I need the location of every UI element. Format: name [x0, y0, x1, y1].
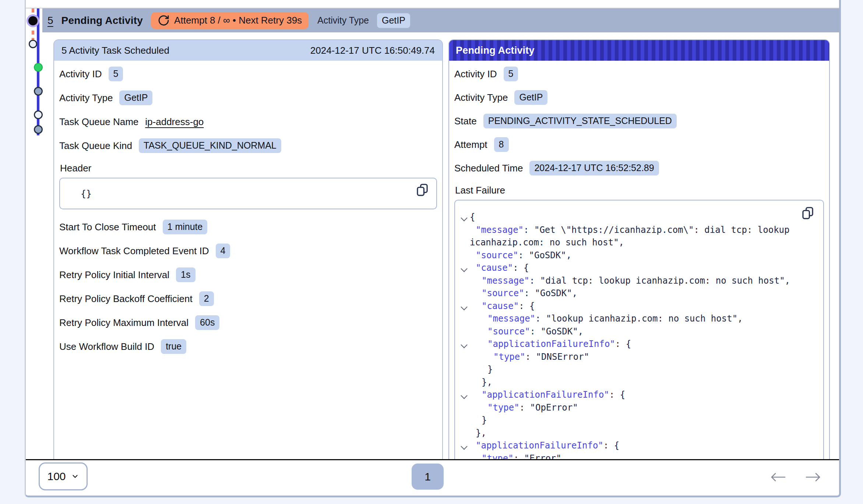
field-value-badge: 2 — [199, 291, 214, 306]
arrow-left-icon — [769, 472, 786, 482]
pending-fields: Activity ID5Activity TypeGetIPStatePENDI… — [454, 67, 824, 175]
field-value-badge: 1 minute — [163, 220, 208, 234]
scheduled-panel-timestamp: 2024-12-17 UTC 16:50:49.74 — [310, 45, 435, 56]
json-line: "message": "dial tcp: lookup icanhazip.c… — [459, 274, 823, 287]
field-value-badge: 60s — [195, 315, 219, 330]
field-row: Start To Close Timeout1 minute — [59, 220, 437, 234]
json-line-text: "applicationFailureInfo": { — [470, 388, 625, 401]
json-line: "type": "OpError" — [459, 401, 823, 414]
collapse-chevron-icon[interactable] — [459, 300, 470, 313]
field-row: Activity ID5 — [59, 67, 437, 81]
collapse-chevron-icon[interactable] — [459, 439, 470, 452]
field-row: Retry Policy Maximum Interval60s — [59, 315, 437, 330]
chevron-spacer — [459, 274, 470, 287]
json-key: "cause" — [476, 263, 513, 273]
pending-panel-title: Pending Activity — [456, 45, 535, 56]
json-line-text: } — [470, 414, 487, 427]
field-value-badge: TASK_QUEUE_KIND_NORMAL — [139, 138, 281, 153]
page-size-value: 100 — [47, 470, 66, 483]
json-line: "message": "Get \"https://icanhazip.com\… — [459, 224, 823, 237]
field-value-badge: GetIP — [119, 90, 152, 105]
field-label: Start To Close Timeout — [59, 221, 156, 233]
field-value-badge: 5 — [109, 67, 123, 81]
field-row: Use Workflow Build IDtrue — [59, 339, 437, 354]
json-line: "cause": { — [459, 262, 823, 274]
task-queue-link[interactable]: ip-address-go — [145, 116, 204, 128]
chevron-spacer — [459, 312, 470, 325]
json-line: "cause": { — [459, 300, 823, 313]
event-history-container: 5 Pending Activity Attempt 8 / ∞ • Next … — [25, 0, 841, 497]
json-line-text: icanhazip.com: no such host", — [470, 236, 624, 249]
json-key: "source" — [476, 250, 518, 260]
chevron-spacer — [459, 363, 470, 376]
json-line-text: { — [470, 211, 475, 224]
json-line-text: "applicationFailureInfo": { — [470, 338, 631, 351]
collapse-chevron-icon[interactable] — [459, 338, 470, 351]
json-line-text: "source": "GoSDK", — [470, 249, 571, 262]
copy-icon — [416, 183, 428, 197]
json-line-text: "message": "lookup icanhazip.com: no suc… — [470, 312, 743, 325]
json-line: }, — [459, 376, 823, 389]
json-key: "message" — [476, 225, 524, 235]
json-line-text: "type": "Error" — [470, 452, 561, 459]
field-label: Activity Type — [59, 92, 113, 104]
field-value-badge: 4 — [216, 244, 230, 258]
arrow-right-icon — [805, 472, 822, 482]
json-line: "source": "GoSDK", — [459, 287, 823, 300]
field-value-badge: 2024-12-17 UTC 16:52:52.89 — [529, 161, 659, 175]
copy-icon — [802, 206, 814, 220]
chevron-spacer — [459, 351, 470, 363]
json-line-text: "source": "GoSDK", — [470, 325, 583, 338]
field-value-badge: 1s — [176, 267, 195, 282]
json-key: "cause" — [482, 301, 519, 311]
json-line: "applicationFailureInfo": { — [459, 388, 823, 401]
json-line: "source": "GoSDK", — [459, 249, 823, 262]
chevron-spacer — [459, 325, 470, 338]
field-label: Retry Policy Initial Interval — [59, 269, 169, 281]
chevron-spacer — [459, 287, 470, 300]
current-page-button[interactable]: 1 — [412, 464, 444, 490]
page-size-select[interactable]: 100 — [39, 462, 88, 490]
collapse-chevron-icon[interactable] — [459, 211, 470, 224]
json-key: "message" — [487, 313, 535, 324]
collapse-chevron-icon[interactable] — [459, 262, 470, 274]
field-label: Activity ID — [59, 68, 102, 80]
field-label: Task Queue Name — [59, 116, 138, 128]
json-line-text: "applicationFailureInfo": { — [470, 439, 619, 452]
json-line: "applicationFailureInfo": { — [459, 439, 823, 452]
field-row: Activity ID5 — [454, 67, 824, 81]
copy-failure-json-button[interactable] — [802, 206, 814, 220]
next-page-button[interactable] — [805, 472, 822, 482]
json-key: "message" — [482, 276, 529, 286]
field-value-badge: 5 — [504, 67, 518, 81]
copy-header-payload-button[interactable] — [416, 183, 428, 197]
json-line: "type": "DNSError" — [459, 351, 823, 363]
json-line: }, — [459, 427, 823, 440]
scheduled-fields-bottom: Start To Close Timeout1 minuteWorkflow T… — [59, 220, 437, 354]
field-row: Activity TypeGetIP — [59, 90, 437, 105]
json-line-text: "cause": { — [470, 300, 535, 313]
field-label: Task Queue Kind — [59, 140, 132, 152]
header-payload-value: {} — [81, 188, 92, 199]
scheduled-fields-top: Activity ID5Activity TypeGetIPTask Queue… — [59, 67, 437, 153]
previous-page-button[interactable] — [769, 472, 786, 482]
field-label: Activity Type — [454, 92, 508, 103]
json-key: "type" — [493, 352, 525, 362]
json-line: "message": "lookup icanhazip.com: no suc… — [459, 312, 823, 325]
json-line: "applicationFailureInfo": { — [459, 338, 823, 351]
chevron-spacer — [459, 414, 470, 427]
json-key: "type" — [482, 453, 514, 459]
field-row: Task Queue Nameip-address-go — [59, 114, 437, 129]
json-line: { — [459, 211, 823, 224]
json-key: "applicationFailureInfo" — [482, 390, 609, 400]
last-failure-json-viewer: {"message": "Get \"https://icanhazip.com… — [454, 200, 824, 459]
field-label: Use Workflow Build ID — [59, 341, 154, 352]
field-label: State — [454, 116, 477, 127]
field-label: Workflow Task Completed Event ID — [59, 245, 209, 257]
json-line-text: } — [470, 363, 493, 376]
chevron-spacer — [459, 427, 470, 440]
collapse-chevron-icon[interactable] — [459, 388, 470, 401]
field-value-badge: GetIP — [514, 90, 547, 105]
failure-json-lines: {"message": "Get \"https://icanhazip.com… — [459, 211, 823, 459]
json-line-text: "cause": { — [470, 262, 529, 274]
